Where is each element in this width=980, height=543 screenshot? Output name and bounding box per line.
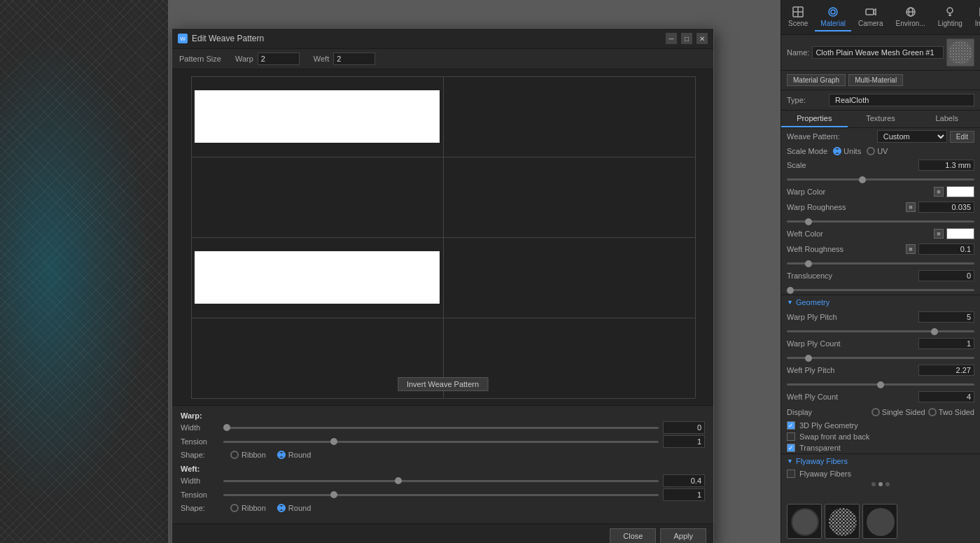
weave-rect-1-0[interactable] <box>195 251 440 304</box>
warp-controls: Warp: Width Tension Shape: Ribbon <box>181 411 705 460</box>
thumb-2[interactable] <box>825 504 860 539</box>
tab-camera[interactable]: Camera <box>853 3 889 31</box>
warp-color-swatch[interactable] <box>946 186 974 197</box>
display-two-radio[interactable]: Two Sided <box>928 408 974 416</box>
warp-roughness-slider-row <box>781 215 980 226</box>
dialog-close-btn[interactable]: Close <box>610 528 656 543</box>
weave-pattern-select[interactable]: Custom <box>877 130 947 143</box>
3d-ply-checkbox[interactable]: ✓ <box>787 421 795 430</box>
display-label: Display <box>787 408 869 416</box>
scale-units-dot <box>833 147 841 155</box>
warp-ribbon-opt[interactable]: Ribbon <box>230 451 266 459</box>
type-input[interactable] <box>829 94 974 106</box>
scale-uv-dot <box>867 147 875 155</box>
warp-value-input[interactable] <box>258 52 300 65</box>
multi-material-btn[interactable]: Multi-Material <box>848 74 903 86</box>
warp-roughness-slider[interactable] <box>787 220 974 223</box>
sub-tab-textures[interactable]: Textures <box>848 111 914 127</box>
maximize-btn[interactable]: □ <box>681 33 692 44</box>
warp-round-dot <box>277 451 286 459</box>
tab-environment[interactable]: Environ... <box>890 3 931 31</box>
geometry-section-header[interactable]: ▼ Geometry <box>781 295 980 309</box>
name-input[interactable] <box>812 46 944 59</box>
invert-weave-btn[interactable]: Invert Weave Pattern <box>398 377 488 391</box>
weft-tension-input[interactable] <box>663 488 705 501</box>
weft-tension-slider[interactable] <box>223 494 659 496</box>
scale-row: Scale <box>781 157 980 173</box>
type-label: Type: <box>787 96 806 104</box>
tab-image[interactable]: Image <box>969 3 980 31</box>
minimize-btn[interactable]: ─ <box>666 33 677 44</box>
pattern-size-group: Pattern Size <box>179 55 221 63</box>
weft-ply-pitch-slider-row <box>781 378 980 389</box>
flyaway-section-header[interactable]: ▼ Flyaway Fibers <box>781 453 980 468</box>
thumb-1[interactable] <box>787 504 822 539</box>
swap-front-checkbox[interactable] <box>787 432 795 441</box>
weft-roughness-slider[interactable] <box>787 262 974 265</box>
translucency-row: Translucency <box>781 268 980 283</box>
transparent-checkbox[interactable]: ✓ <box>787 444 795 452</box>
tab-scene[interactable]: Scene <box>783 3 813 31</box>
dialog-toolbar: Pattern Size Warp Weft <box>172 49 713 69</box>
tab-material[interactable]: Material <box>815 3 851 31</box>
weft-width-slider[interactable] <box>223 480 659 482</box>
weft-roughness-input[interactable] <box>918 244 974 255</box>
warp-tension-input[interactable] <box>663 435 705 448</box>
weft-width-input[interactable] <box>663 474 705 487</box>
warp-tension-slider[interactable] <box>223 441 659 443</box>
weft-value-input[interactable] <box>333 52 375 65</box>
weave-rect-0-0[interactable] <box>195 90 440 143</box>
flyaway-chevron: ▼ <box>787 458 793 465</box>
scale-slider[interactable] <box>787 178 974 181</box>
warp-ply-pitch-slider[interactable] <box>787 330 974 332</box>
scale-label: Scale <box>787 161 916 169</box>
warp-width-slider[interactable] <box>223 427 659 429</box>
warp-roughness-input[interactable] <box>918 202 974 213</box>
weft-round-opt[interactable]: Round <box>277 504 311 512</box>
material-thumbnails <box>781 500 980 543</box>
sub-tab-labels[interactable]: Labels <box>913 111 980 127</box>
scale-uv-radio[interactable]: UV <box>867 147 888 155</box>
weft-roughness-row: Weft Roughness ■ <box>781 241 980 257</box>
weft-section-title: Weft: <box>181 465 705 473</box>
3d-ply-label: 3D Ply Geometry <box>799 421 858 430</box>
warp-ply-pitch-input[interactable] <box>918 311 974 323</box>
weft-color-swatch[interactable] <box>946 228 974 239</box>
dialog-apply-btn[interactable]: Apply <box>660 528 706 543</box>
dot-2 <box>878 482 883 486</box>
tab-lighting[interactable]: Lighting <box>932 3 968 31</box>
weft-ribbon-opt[interactable]: Ribbon <box>230 504 266 512</box>
warp-ply-count-input[interactable] <box>918 338 974 349</box>
warp-ply-count-slider[interactable] <box>787 357 974 359</box>
material-graph-btn[interactable]: Material Graph <box>787 74 846 86</box>
scale-mode-row: Scale Mode Units UV <box>781 145 980 157</box>
scale-units-radio[interactable]: Units <box>833 147 861 155</box>
warp-width-input[interactable] <box>663 421 705 434</box>
weft-controls: Weft: Width Tension Shape: Ribbon <box>181 465 705 514</box>
sub-tab-properties[interactable]: Properties <box>781 111 848 127</box>
dialog-titlebar: W Edit Weave Pattern ─ □ ✕ <box>172 29 713 49</box>
warp-label: Warp <box>235 55 253 63</box>
svg-point-3 <box>829 8 837 16</box>
thumb-3[interactable] <box>862 504 897 539</box>
translucency-input[interactable] <box>918 270 974 281</box>
warp-ply-pitch-label: Warp Ply Pitch <box>787 313 916 321</box>
display-single-radio[interactable]: Single Sided <box>872 408 925 416</box>
edit-weave-dialog: W Edit Weave Pattern ─ □ ✕ Pattern Size … <box>172 28 714 543</box>
weave-edit-btn[interactable]: Edit <box>950 131 974 143</box>
flyaway-fibers-checkbox[interactable] <box>787 470 795 478</box>
dialog-title: Edit Weave Pattern <box>192 34 662 43</box>
weft-shape-label: Shape: <box>181 504 219 512</box>
svg-point-19 <box>792 509 818 535</box>
weft-ply-pitch-slider[interactable] <box>787 383 974 386</box>
translucency-slider-row <box>781 283 980 295</box>
panel-tab-bar: Scene Material Camera Environ... Lightin… <box>781 0 980 35</box>
svg-point-17 <box>948 41 972 64</box>
warp-round-opt[interactable]: Round <box>277 451 311 459</box>
warp-ply-pitch-slider-row <box>781 325 980 336</box>
weft-ply-count-input[interactable] <box>918 391 974 402</box>
translucency-slider[interactable] <box>787 289 974 291</box>
weft-ply-pitch-input[interactable] <box>918 365 974 376</box>
scale-input[interactable] <box>918 160 974 171</box>
close-btn[interactable]: ✕ <box>696 33 708 44</box>
